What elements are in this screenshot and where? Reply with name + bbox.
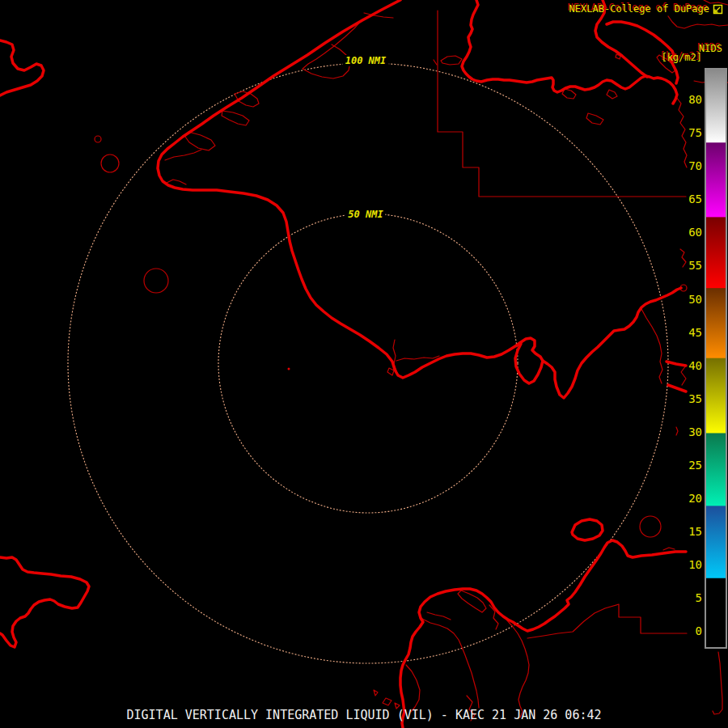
radar-map-svg	[0, 0, 728, 728]
map-coastline	[0, 557, 89, 647]
map-boundary-line	[167, 180, 186, 184]
colorbar-tick-label: 5	[696, 590, 702, 605]
header-brand-row: NEXLAB-College of DuPage	[569, 3, 723, 15]
map-boundary-line	[676, 427, 678, 435]
colorbar-tick-label: 0	[696, 624, 702, 638]
map-coastline	[462, 0, 677, 104]
colorbar-tick-label: 45	[688, 325, 702, 340]
map-island-outline	[144, 269, 168, 293]
map-coastline	[668, 385, 686, 392]
colorbar-tick-label: 60	[688, 225, 702, 239]
map-island-outline	[640, 516, 661, 537]
map-coastline	[667, 362, 686, 366]
map-boundary-line	[641, 309, 662, 383]
colorbar-tick-label: 75	[688, 125, 702, 140]
map-boundary-line	[427, 612, 451, 620]
map-island-outline	[101, 154, 119, 172]
map-boundary-line	[383, 698, 392, 705]
map-coastline	[0, 40, 44, 95]
colorbar-tick-label: 10	[688, 557, 702, 572]
colorbar-tick-label: 20	[688, 491, 702, 506]
map-boundary-line	[680, 249, 686, 267]
map-boundary-line	[676, 97, 687, 167]
map-boundary-line	[441, 56, 462, 65]
map-boundary-line	[663, 548, 675, 550]
map-boundary-line	[396, 356, 439, 361]
range-ring-label-50nmi: 50 NMI	[345, 209, 385, 220]
brand-text: NEXLAB-College of DuPage	[569, 3, 709, 15]
map-boundary-line	[434, 60, 437, 65]
colorbar-tick-label: 35	[688, 392, 702, 406]
map-boundary-line	[303, 19, 362, 78]
colorbar-tick-label: 30	[688, 425, 702, 439]
map-boundary-line	[165, 150, 201, 160]
range-ring	[68, 63, 668, 663]
map-boundary-line	[681, 366, 686, 385]
map-boundary-line	[374, 690, 378, 696]
map-boundary-line	[387, 368, 394, 375]
map-coastline	[572, 519, 603, 540]
colorbar-tick-label: 15	[688, 524, 702, 539]
map-boundary-line	[586, 113, 603, 125]
colorbar-tick-label: 50	[688, 292, 702, 307]
map-boundary-line	[185, 132, 215, 150]
map-point-marker	[288, 368, 290, 370]
colorbar-gradient	[705, 68, 727, 649]
map-boundary-line	[668, 16, 728, 28]
map-boundary-line	[713, 652, 722, 714]
map-boundary-line	[607, 90, 617, 99]
colorbar-tick-label: 55	[688, 258, 702, 273]
range-ring-label-100nmi: 100 NMI	[343, 55, 389, 66]
map-boundary-line	[507, 620, 529, 717]
colorbar-tick-label: 65	[688, 192, 702, 206]
colorbar-units-label: [kg/m2]	[661, 52, 702, 63]
college-of-dupage-logo-icon	[713, 4, 723, 15]
map-boundary-line	[438, 11, 686, 197]
colorbar-tick-label: 25	[688, 458, 702, 472]
colorbar-tick-label: 40	[688, 358, 702, 373]
colorbar-tick-label: 80	[688, 92, 702, 107]
radar-display: 100 NMI 50 NMI NEXLAB-College of DuPage …	[0, 0, 728, 728]
map-coastline	[400, 540, 686, 728]
colorbar-tick-label: 70	[688, 159, 702, 173]
map-coastline	[543, 288, 681, 398]
map-boundary-line	[422, 619, 479, 708]
map-boundary-line	[527, 604, 687, 638]
product-status-text: DIGITAL VERTICALLY INTEGRATED LIQUID (VI…	[127, 708, 602, 722]
range-ring	[218, 214, 518, 513]
map-island-outline	[95, 136, 101, 142]
map-boundary-line	[222, 111, 249, 125]
map-boundary-line	[406, 665, 420, 712]
colorbar-title: NIDS	[699, 43, 722, 54]
